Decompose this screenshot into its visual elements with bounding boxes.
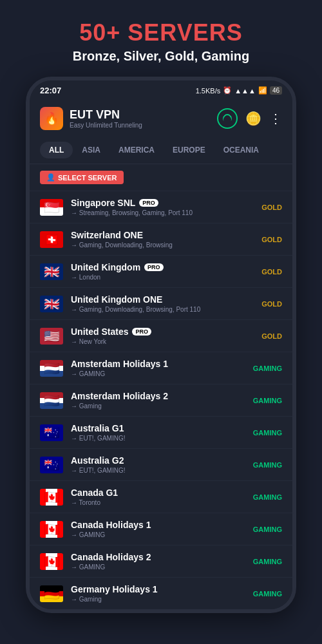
header-actions: 🪙 ⋮ <box>217 108 282 129</box>
server-name: Australia G1 <box>71 423 124 433</box>
tab-oceania[interactable]: OCEANIA <box>214 142 268 158</box>
server-item[interactable]: 🇦🇺 Australia G1 → EUT!, GAMING! GAMING <box>30 416 292 448</box>
tier-label: GAMING <box>253 526 282 533</box>
flag-icon: 🇸🇬 <box>40 199 63 216</box>
server-item[interactable]: 🇳🇱 Amsterdam Holidays 1 → GAMING GAMING <box>30 352 292 384</box>
flag-icon: 🇩🇪 <box>40 585 63 602</box>
app-logo-area: 🔥 EUT VPN Easy Unlimited Tunneling <box>40 107 142 130</box>
flag-icon: 🇳🇱 <box>40 392 63 409</box>
flag-icon: 🇬🇧 <box>40 296 63 312</box>
pro-badge: PRO <box>144 263 164 271</box>
coins-icon[interactable]: 🪙 <box>245 111 261 126</box>
server-info: Germany Holidays 1 → Gaming <box>71 584 245 603</box>
status-bar: 22:07 1.5KB/s ⏰ ▲▲▲ 📶 46 <box>30 80 292 100</box>
server-name-row: United Kingdom ONE <box>71 294 254 305</box>
server-info: United Kingdom PRO → London <box>71 262 254 281</box>
pro-badge: PRO <box>139 199 158 207</box>
server-name: Amsterdam Holidays 2 <box>71 391 168 401</box>
server-name-row: Amsterdam Holidays 1 <box>71 359 245 369</box>
server-item[interactable]: 🇨🇭 Switzerland ONE → Gaming, Downloading… <box>30 223 292 255</box>
server-name: United Kingdom <box>71 262 140 272</box>
tier-label: GOLD <box>261 268 282 276</box>
server-info: Singapore SNL PRO → Streaming, Browsing,… <box>71 198 254 216</box>
server-item[interactable]: 🇬🇧 United Kingdom PRO → London GOLD <box>30 255 292 287</box>
flag-icon: 🇦🇺 <box>40 457 63 473</box>
server-name-row: United States PRO <box>71 327 254 337</box>
more-options-icon[interactable]: ⋮ <box>269 111 282 126</box>
tier-label: GOLD <box>261 332 282 340</box>
battery-badge: 46 <box>270 86 282 95</box>
select-server-badge: 👤 SELECT SERVER <box>40 171 124 184</box>
server-item[interactable]: 🇦🇺 Australia G2 → EUT!, GAMING! GAMING <box>30 448 292 480</box>
tier-label: GAMING <box>253 461 282 469</box>
server-desc: → Streaming, Browsing, Gaming, Port 110 <box>71 209 254 216</box>
flag-icon: 🇬🇧 <box>40 263 63 280</box>
server-name-row: Amsterdam Holidays 2 <box>71 391 245 401</box>
server-item[interactable]: 🇬🇧 United Kingdom ONE → Gaming, Download… <box>30 287 292 319</box>
signal-icon: ▲▲▲ <box>234 87 256 95</box>
server-name: Canada Holidays 1 <box>71 520 151 530</box>
app-subtitle: Easy Unlimited Tunneling <box>70 122 142 129</box>
tab-asia[interactable]: ASIA <box>73 142 109 158</box>
speed-button[interactable] <box>217 108 238 129</box>
server-name: Switzerland ONE <box>71 230 143 240</box>
server-info: Amsterdam Holidays 2 → Gaming <box>71 391 245 410</box>
server-info: United Kingdom ONE → Gaming, Downloading… <box>71 294 254 313</box>
person-icon: 👤 <box>46 173 55 182</box>
app-header: 🔥 EUT VPN Easy Unlimited Tunneling 🪙 ⋮ <box>30 100 292 137</box>
wifi-icon: 📶 <box>258 86 267 95</box>
tab-all[interactable]: ALL <box>40 142 73 158</box>
server-info: Amsterdam Holidays 1 → GAMING <box>71 359 245 377</box>
tier-label: GOLD <box>261 204 282 211</box>
server-desc: → EUT!, GAMING! <box>71 435 245 442</box>
tier-label: GAMING <box>253 590 282 598</box>
server-name: Germany Holidays 1 <box>71 584 158 594</box>
top-section: 50+ SERVERS Bronze, Silver, Gold, Gaming <box>0 0 322 77</box>
speed-indicator: 1.5KB/s <box>196 87 221 95</box>
server-name-row: Canada G1 <box>71 488 245 498</box>
status-right: 1.5KB/s ⏰ ▲▲▲ 📶 46 <box>196 86 282 95</box>
server-name-row: Canada Holidays 2 <box>71 552 245 562</box>
server-item[interactable]: 🇺🇸 United States PRO → New York GOLD <box>30 319 292 352</box>
server-desc: → New York <box>71 338 254 345</box>
server-name: Singapore SNL <box>71 198 135 208</box>
flag-icon: 🇨🇦 <box>40 489 63 506</box>
server-info: Switzerland ONE → Gaming, Downloading, B… <box>71 230 254 249</box>
server-item[interactable]: 🇨🇦 Canada Holidays 2 → GAMING GAMING <box>30 545 292 577</box>
pro-badge: PRO <box>132 328 151 336</box>
server-desc: → Gaming <box>71 402 245 410</box>
server-item[interactable]: 🇩🇪 Germany Holidays 1 → Gaming GAMING <box>30 577 292 609</box>
tab-europe[interactable]: EUROPE <box>164 142 214 158</box>
tabs-bar: ALL ASIA AMERICA EUROPE OCEANIA <box>30 137 292 164</box>
select-server-label: SELECT SERVER <box>58 174 117 182</box>
tier-label: GAMING <box>253 493 282 501</box>
server-info: Canada Holidays 1 → GAMING <box>71 520 245 538</box>
server-item[interactable]: 🇸🇬 Singapore SNL PRO → Streaming, Browsi… <box>30 191 292 223</box>
server-desc: → GAMING <box>71 564 245 571</box>
server-name: Amsterdam Holidays 1 <box>71 359 168 369</box>
server-item[interactable]: 🇳🇱 Amsterdam Holidays 2 → Gaming GAMING <box>30 384 292 416</box>
tier-label: GAMING <box>253 365 282 372</box>
select-server-header: 👤 SELECT SERVER <box>30 164 292 191</box>
server-info: Australia G2 → EUT!, GAMING! <box>71 455 245 474</box>
status-time: 22:07 <box>40 86 61 95</box>
server-item[interactable]: 🇨🇦 Canada G1 → Toronto GAMING <box>30 480 292 513</box>
server-desc: → EUT!, GAMING! <box>71 467 245 474</box>
flag-icon: 🇨🇦 <box>40 553 63 570</box>
tier-label: GAMING <box>253 429 282 437</box>
server-item[interactable]: 🇨🇦 Canada Holidays 1 → GAMING GAMING <box>30 513 292 545</box>
tab-america[interactable]: AMERICA <box>109 142 164 158</box>
server-desc: → London <box>71 274 254 281</box>
server-items-container: 🇸🇬 Singapore SNL PRO → Streaming, Browsi… <box>30 191 292 609</box>
server-name-row: Australia G2 <box>71 455 245 466</box>
server-count-label: 50+ SERVERS <box>13 19 309 46</box>
server-name: United States <box>71 327 128 337</box>
server-desc: → Toronto <box>71 499 245 506</box>
server-desc: → GAMING <box>71 531 245 538</box>
server-desc: → Gaming <box>71 596 245 603</box>
server-info: Canada G1 → Toronto <box>71 488 245 506</box>
server-name: United Kingdom ONE <box>71 294 162 305</box>
server-info: Australia G1 → EUT!, GAMING! <box>71 423 245 442</box>
server-desc: → Gaming, Downloading, Browsing <box>71 242 254 249</box>
server-name-row: Canada Holidays 1 <box>71 520 245 530</box>
